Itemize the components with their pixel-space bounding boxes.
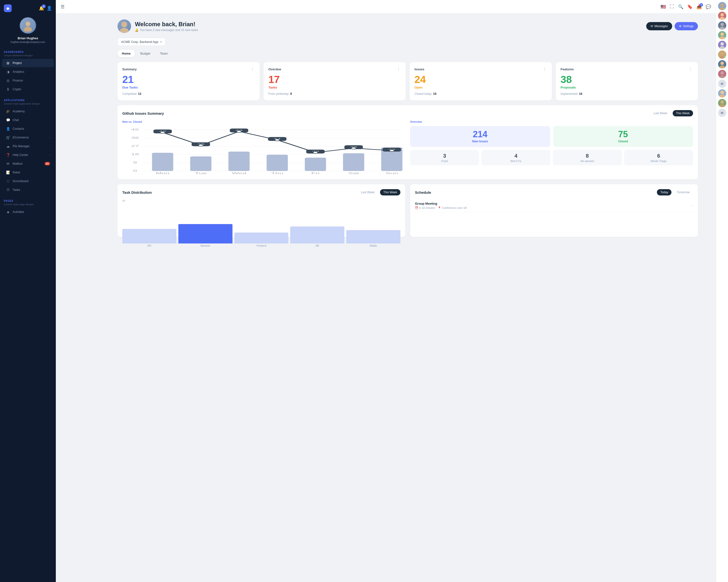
github-this-week-btn[interactable]: This Week xyxy=(673,110,693,116)
right-avatar-6[interactable] xyxy=(718,51,726,59)
sidebar-item-scrumboard[interactable]: □ Scrumboard xyxy=(2,177,54,185)
right-avatar-5[interactable] xyxy=(718,41,726,49)
right-avatar-1[interactable] xyxy=(718,2,726,10)
right-avatar-2[interactable] xyxy=(718,11,726,20)
mailbox-icon: ✉ xyxy=(6,162,10,166)
sidebar-item-ecommerce[interactable]: 🛒 ECommerce › xyxy=(2,133,54,142)
sidebar-item-tasks[interactable]: ⏱ Tasks xyxy=(2,186,54,194)
user-name: Brian Hughes xyxy=(18,36,38,40)
svg-point-32 xyxy=(236,131,242,132)
summary-menu-icon[interactable]: ⋮ xyxy=(251,67,255,72)
sidebar-item-filemanager[interactable]: ☁ File Manager xyxy=(2,142,54,150)
task-dist-week-toggle: Last Week This Week xyxy=(358,189,400,195)
svg-text:27: 27 xyxy=(131,145,139,147)
sidebar-item-tasks-label: Tasks xyxy=(12,188,20,192)
svg-point-60 xyxy=(721,42,724,46)
project-icon: ⊞ xyxy=(6,61,10,65)
reopened-label: Re-opened xyxy=(556,160,619,163)
mailbox-badge: 27 xyxy=(45,162,50,165)
right-avatar-9[interactable] xyxy=(718,89,726,98)
svg-point-66 xyxy=(721,71,724,75)
sidebar-item-activities[interactable]: ◈ Activities xyxy=(2,208,54,216)
schedule-tomorrow-btn[interactable]: Tomorrow xyxy=(673,189,693,195)
mini-stat-reopened: 8 Re-opened xyxy=(553,150,622,165)
features-sub: Implemented: 16 xyxy=(561,92,693,95)
right-avatar-4[interactable] xyxy=(718,31,726,39)
sidebar-item-notes[interactable]: 📝 Notes xyxy=(2,168,54,176)
settings-icon: ⚙ xyxy=(679,25,682,28)
sidebar-item-crypto[interactable]: $ Crypto xyxy=(2,85,54,93)
github-content: New vs. Closed 45 36 27 18 9 0 xyxy=(122,120,693,175)
issues-sub: Closed today: 19 xyxy=(414,92,547,95)
schedule-card: Schedule Today Tomorrow Group Meeting ⏰ … xyxy=(410,184,698,237)
right-avatar-m2[interactable]: M xyxy=(718,109,726,117)
main-inner: Welcome back, Brian! 🔔 You have 2 new me… xyxy=(112,13,704,243)
tab-home[interactable]: Home xyxy=(118,50,135,57)
bookmark-icon[interactable]: 🔖 xyxy=(687,4,693,9)
user-icon[interactable]: 👤 xyxy=(47,6,52,11)
mini-stats: 3 Fixed 4 Won't Fix 8 Re-opened 6 xyxy=(410,150,693,165)
svg-point-38 xyxy=(313,151,318,154)
wontfix-label: Won't Fix xyxy=(484,160,547,163)
sidebar-item-finance[interactable]: ◎ Finance xyxy=(2,76,54,85)
sidebar-item-contacts[interactable]: 👤 Contacts xyxy=(2,124,54,133)
tab-budget[interactable]: Budget xyxy=(136,50,155,57)
new-issues-label: New Issues xyxy=(414,140,546,143)
section-pages-label: PAGES xyxy=(0,197,56,203)
github-last-week-btn[interactable]: Last Week xyxy=(650,110,671,116)
sidebar-item-mailbox[interactable]: ✉ Mailbox 27 xyxy=(2,160,54,168)
svg-point-52 xyxy=(721,3,724,7)
notification-bell[interactable]: 🔔 3 xyxy=(39,6,44,11)
right-avatar-7[interactable] xyxy=(718,60,726,68)
messages-button[interactable]: ✉ Messages xyxy=(646,22,672,30)
svg-text:Wed: Wed xyxy=(232,172,246,175)
svg-text:Sun: Sun xyxy=(386,172,398,175)
svg-rect-17 xyxy=(152,153,173,171)
tab-team[interactable]: Team xyxy=(156,50,172,57)
bottom-row: Task Distribution Last Week This Week 40… xyxy=(118,184,698,237)
right-avatar-3[interactable] xyxy=(718,21,726,30)
sidebar-item-project[interactable]: ⊞ Project xyxy=(2,59,54,67)
project-selector[interactable]: ACME Corp. Backend App ▾ xyxy=(118,38,165,46)
svg-point-57 xyxy=(720,27,725,30)
github-section-header: Github Issues Summary Last Week This Wee… xyxy=(122,110,693,116)
right-avatar-10[interactable] xyxy=(718,99,726,107)
sidebar-logo[interactable]: ◆ xyxy=(4,4,11,12)
schedule-item-chevron-icon[interactable]: › xyxy=(692,204,693,207)
features-menu-icon[interactable]: ⋮ xyxy=(689,67,693,72)
overdue-menu-icon[interactable]: ⋮ xyxy=(396,67,401,72)
flag-icon[interactable]: 🇺🇸 xyxy=(660,4,666,9)
task-bar-mobile-label: Mobile xyxy=(370,244,377,247)
task-dist-this-week-btn[interactable]: This Week xyxy=(380,189,400,195)
svg-text:Sat: Sat xyxy=(348,172,359,175)
right-avatar-m1[interactable]: M xyxy=(718,80,726,88)
chart-label: New vs. Closed xyxy=(122,120,405,123)
notes-icon: 📝 xyxy=(6,170,10,174)
settings-button[interactable]: ⚙ Settings xyxy=(675,22,698,30)
schedule-today-btn[interactable]: Today xyxy=(657,189,672,195)
svg-text:18: 18 xyxy=(131,153,139,156)
sidebar-item-analytics[interactable]: ◑ Analytics xyxy=(2,68,54,76)
github-issues-section: Github Issues Summary Last Week This Wee… xyxy=(118,105,698,179)
section-dashboards-label: DASHBOARDS xyxy=(0,48,56,54)
overdue-title: Overdue xyxy=(268,67,281,71)
task-dist-last-week-btn[interactable]: Last Week xyxy=(358,189,378,195)
sidebar-item-helpcenter[interactable]: ❓ Help Center › xyxy=(2,151,54,159)
project-selector-label: ACME Corp. Backend App xyxy=(121,40,158,44)
stat-card-overdue: Overdue ⋮ 17 Tasks From yesterday: 9 xyxy=(263,62,406,101)
chart-area: New vs. Closed 45 36 27 18 9 0 xyxy=(122,120,405,175)
topbar-right: 🇺🇸 ⛶ 🔍 🔖 📥 5 💬 xyxy=(660,4,704,9)
wontfix-number: 4 xyxy=(484,153,547,159)
svg-text:9: 9 xyxy=(133,161,137,164)
search-icon[interactable]: 🔍 xyxy=(678,4,683,9)
inbox-icon[interactable]: 📥 5 xyxy=(697,4,702,9)
svg-point-54 xyxy=(721,13,724,17)
reopened-number: 8 xyxy=(556,153,619,159)
sidebar-item-academy[interactable]: 🎓 Academy xyxy=(2,107,54,115)
fullscreen-icon[interactable]: ⛶ xyxy=(670,4,674,9)
svg-text:36: 36 xyxy=(131,137,139,139)
right-avatar-8[interactable] xyxy=(718,70,726,78)
overview-label: Overview xyxy=(410,120,693,123)
issues-menu-icon[interactable]: ⋮ xyxy=(543,67,547,72)
sidebar-item-chat[interactable]: 💬 Chat xyxy=(2,116,54,124)
